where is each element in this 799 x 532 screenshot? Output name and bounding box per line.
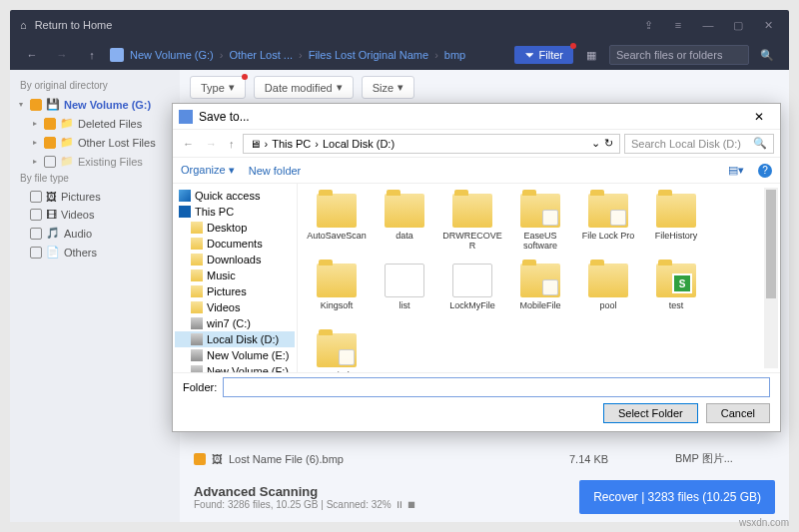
folder-icon <box>588 264 628 297</box>
tree-existing[interactable]: ▸📁Existing Files <box>14 152 176 171</box>
group-by-type: By file type <box>20 173 170 184</box>
tree-pictures[interactable]: 🖼Pictures <box>14 188 176 206</box>
dialog-icon <box>179 110 193 124</box>
folder-label: Folder: <box>183 381 217 393</box>
stop-icon[interactable]: ⏹ <box>406 499 416 510</box>
tree-videos[interactable]: 🎞Videos <box>14 206 176 224</box>
up-icon[interactable]: ↑ <box>80 43 104 67</box>
share-icon[interactable]: ⇪ <box>637 14 659 36</box>
select-folder-button[interactable]: Select Folder <box>603 403 698 423</box>
minimize-icon[interactable]: — <box>697 14 719 36</box>
folder-icon <box>588 194 628 228</box>
folder-item[interactable]: EaseUS software <box>507 190 573 258</box>
nav-item[interactable]: Quick access <box>175 188 295 204</box>
nav-item[interactable]: Documents <box>175 236 295 252</box>
file-row[interactable]: 🖼 Lost Name File (6).bmp 7.14 KB BMP 图片.… <box>180 445 789 472</box>
close-icon[interactable]: ✕ <box>757 14 779 36</box>
file-icon: 🖼 <box>212 453 223 465</box>
nav-item[interactable]: win7 (C:) <box>175 315 295 331</box>
pc-icon: 🖥 <box>250 138 261 150</box>
return-home-link[interactable]: Return to Home <box>35 19 113 31</box>
folder-input[interactable] <box>223 377 770 397</box>
nav-item[interactable]: Videos <box>175 299 295 315</box>
pause-icon[interactable]: ⏸ <box>395 499 404 510</box>
cancel-button[interactable]: Cancel <box>706 403 770 423</box>
folder-icon <box>656 194 696 228</box>
folder-item[interactable]: XMind <box>304 329 370 372</box>
nav-item[interactable]: Local Disk (D:) <box>175 331 295 347</box>
folder-icon <box>452 194 492 228</box>
filter-type[interactable]: Type▾ <box>190 76 246 99</box>
file-size: 7.14 KB <box>569 453 669 465</box>
folder-item[interactable]: FileHistory <box>643 190 709 258</box>
folder-item[interactable]: LockMyFile <box>439 260 505 327</box>
dialog-close-icon[interactable]: ✕ <box>744 110 774 124</box>
nav-back-icon[interactable]: ← <box>179 138 198 150</box>
folder-icon <box>317 333 357 367</box>
organize-button[interactable]: Organize ▾ <box>181 164 235 177</box>
filter-size[interactable]: Size▾ <box>362 76 414 99</box>
folder-icon <box>317 194 357 228</box>
folder-icon <box>452 264 492 297</box>
view-icon[interactable]: ▤▾ <box>728 164 744 177</box>
address-bar[interactable]: 🖥 ›This PC ›Local Disk (D:) ⌄↻ <box>243 134 621 154</box>
tree-new-volume[interactable]: ▾💾New Volume (G:) <box>14 95 176 114</box>
folder-s-icon <box>191 301 203 313</box>
search-icon[interactable]: 🔍 <box>755 43 779 67</box>
pc-icon <box>179 206 191 218</box>
nav-toolbar: ← → ↑ New Volume (G:) › Other Lost ... ›… <box>10 40 789 70</box>
star-icon <box>179 190 191 202</box>
maximize-icon[interactable]: ▢ <box>727 14 749 36</box>
search-icon: 🔍 <box>753 137 767 150</box>
crumb-4[interactable]: bmp <box>444 49 465 61</box>
tree-audio[interactable]: 🎵Audio <box>14 224 176 243</box>
row-checkbox[interactable] <box>194 453 206 465</box>
nav-item[interactable]: Downloads <box>175 252 295 267</box>
home-icon[interactable]: ⌂ <box>20 19 27 31</box>
folder-item[interactable]: pool <box>575 260 641 327</box>
nav-item[interactable]: This PC <box>175 204 295 220</box>
menu-icon[interactable]: ≡ <box>667 14 689 36</box>
filter-badge <box>570 43 576 49</box>
dialog-search[interactable]: Search Local Disk (D:) 🔍 <box>624 134 774 154</box>
folder-item[interactable]: MobileFile <box>507 260 573 327</box>
tree-other-lost[interactable]: ▸📁Other Lost Files <box>14 133 176 152</box>
filter-button[interactable]: ⏷ Filter <box>514 46 573 64</box>
titlebar: ⌂ Return to Home ⇪ ≡ — ▢ ✕ <box>10 10 789 40</box>
search-input[interactable]: Search files or folders <box>609 45 749 65</box>
new-folder-button[interactable]: New folder <box>249 165 302 177</box>
nav-item[interactable]: New Volume (E:) <box>175 347 295 363</box>
folder-item[interactable]: DRWRECOVER <box>439 190 505 258</box>
folder-item[interactable]: data <box>372 190 437 258</box>
folder-item[interactable]: File Lock Pro <box>575 190 641 258</box>
crumb-3[interactable]: Files Lost Original Name <box>309 49 428 61</box>
nav-item[interactable]: Desktop <box>175 220 295 236</box>
crumb-1[interactable]: New Volume (G:) <box>130 49 214 61</box>
back-icon[interactable]: ← <box>20 43 44 67</box>
drive-icon <box>191 349 203 361</box>
tree-others[interactable]: 📄Others <box>14 243 176 262</box>
nav-item[interactable]: Pictures <box>175 283 295 299</box>
help-icon[interactable]: ? <box>758 164 772 178</box>
scrollbar[interactable] <box>764 188 778 368</box>
folder-item[interactable]: AutoSaveScan <box>304 190 370 258</box>
folder-item[interactable]: test <box>643 260 709 327</box>
watermark: wsxdn.com <box>739 517 789 528</box>
dialog-title: Save to... <box>199 110 250 124</box>
folder-s-icon <box>191 238 203 250</box>
folder-item[interactable]: list <box>372 260 437 327</box>
drive-icon <box>191 317 203 329</box>
folder-icon <box>317 264 357 297</box>
recover-button[interactable]: Recover | 3283 files (10.25 GB) <box>579 480 775 514</box>
tree-deleted[interactable]: ▸📁Deleted Files <box>14 114 176 133</box>
crumb-2[interactable]: Other Lost ... <box>229 49 293 61</box>
folder-item[interactable]: Kingsoft <box>304 260 370 327</box>
drive-icon <box>191 333 203 345</box>
folder-s-icon <box>191 285 203 297</box>
view-icon[interactable]: ▦ <box>579 43 603 67</box>
folder-icon <box>385 264 424 297</box>
nav-up-icon[interactable]: ↑ <box>225 138 239 150</box>
filter-date[interactable]: Date modified▾ <box>254 76 354 99</box>
nav-item[interactable]: New Volume (F:) <box>175 363 295 372</box>
nav-item[interactable]: Music <box>175 267 295 283</box>
